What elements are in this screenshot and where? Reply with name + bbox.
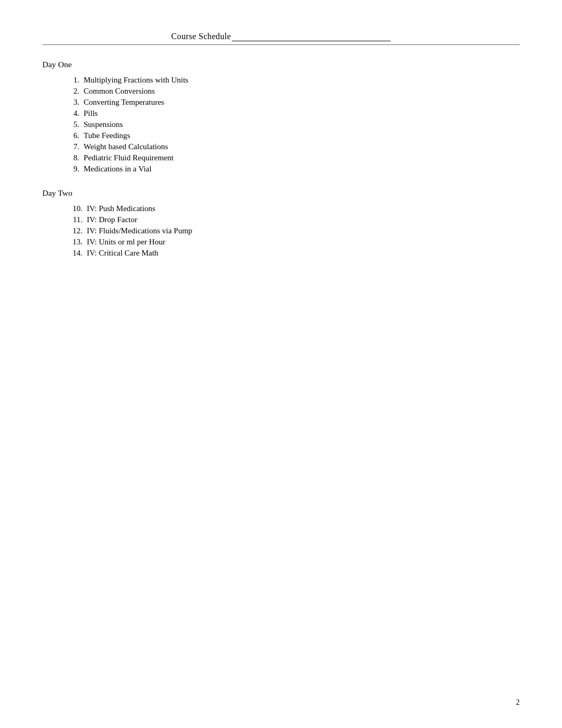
day-two-list: 10. IV: Push Medications 11. IV: Drop Fa… [64, 204, 520, 258]
list-item: 1. Multiplying Fractions with Units [64, 76, 520, 85]
list-item: 14. IV: Critical Care Math [64, 249, 520, 258]
list-number: 9. [64, 165, 79, 174]
list-number: 12. [64, 226, 83, 235]
list-number: 1. [64, 76, 79, 85]
list-item: 13. IV: Units or ml per Hour [64, 238, 520, 247]
list-item-text: Suspensions [84, 120, 123, 129]
list-item-text: Converting Temperatures [84, 98, 164, 107]
list-item-text: Pills [84, 109, 98, 118]
list-number: 2. [64, 87, 79, 96]
list-item: 8. Pediatric Fluid Requirement [64, 153, 520, 162]
list-number: 13. [64, 238, 83, 247]
day-two-heading: Day Two [42, 188, 520, 198]
list-item: 7. Weight based Calculations [64, 142, 520, 151]
list-item-text: IV: Units or ml per Hour [87, 238, 165, 247]
page-number: 2 [516, 698, 520, 707]
list-item: 12. IV: Fluids/Medications via Pump [64, 226, 520, 235]
list-item: 4. Pills [64, 109, 520, 118]
list-number: 3. [64, 98, 79, 107]
list-item: 6. Tube Feedings [64, 131, 520, 140]
list-item-text: Pediatric Fluid Requirement [84, 153, 174, 162]
list-item-text: Medications in a Vial [84, 165, 151, 174]
header-area: Course Schedule [42, 32, 520, 45]
list-item: 3. Converting Temperatures [64, 98, 520, 107]
header-title: Course Schedule [171, 32, 231, 41]
list-item-text: IV: Drop Factor [87, 215, 138, 224]
list-number: 5. [64, 120, 79, 129]
list-number: 11. [64, 215, 83, 224]
list-item: 5. Suspensions [64, 120, 520, 129]
list-item-text: IV: Push Medications [87, 204, 156, 213]
list-number: 6. [64, 131, 79, 140]
list-item: 2. Common Conversions [64, 87, 520, 96]
list-number: 7. [64, 142, 79, 151]
list-number: 8. [64, 153, 79, 162]
list-item: 9. Medications in a Vial [64, 165, 520, 174]
list-item: 11. IV: Drop Factor [64, 215, 520, 224]
list-item-text: IV: Fluids/Medications via Pump [87, 226, 192, 235]
list-number: 4. [64, 109, 79, 118]
list-item-text: Tube Feedings [84, 131, 130, 140]
list-number: 14. [64, 249, 83, 258]
list-item: 10. IV: Push Medications [64, 204, 520, 213]
list-item-text: Common Conversions [84, 87, 155, 96]
list-item-text: Weight based Calculations [84, 142, 168, 151]
list-item-text: IV: Critical Care Math [87, 249, 158, 258]
day-one-list: 1. Multiplying Fractions with Units 2. C… [64, 76, 520, 174]
list-item-text: Multiplying Fractions with Units [84, 76, 188, 85]
page-container: Course Schedule Day One 1. Multiplying F… [0, 0, 562, 728]
day-one-heading: Day One [42, 60, 520, 69]
header-underline [232, 41, 391, 41]
list-number: 10. [64, 204, 83, 213]
